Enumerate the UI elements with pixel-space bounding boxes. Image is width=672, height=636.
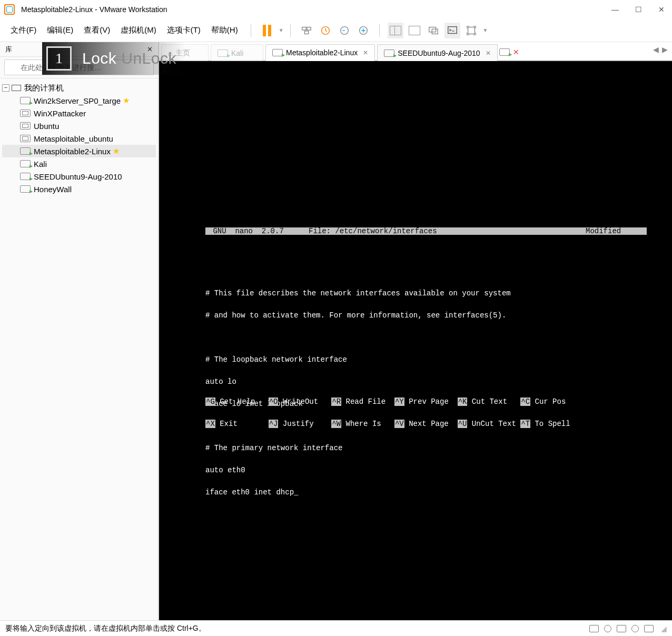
vm-item-seed[interactable]: SEEDUbuntu9-Aug-2010 (2, 170, 156, 183)
nano-footer-row: ^G Get Help ^O WriteOut ^R Read File ^Y … (205, 398, 647, 405)
send-ctrl-alt-del-button[interactable] (299, 23, 314, 38)
nano-key-label: Cut Text (472, 398, 507, 406)
nano-key-label: Where Is (346, 420, 381, 428)
vm-item-metasploitable2[interactable]: Metasploitable2-Linux ★ (2, 145, 156, 157)
nano-key-label: UnCut Text (472, 420, 516, 428)
fullscreen-dropdown[interactable]: ▼ (483, 27, 488, 33)
vm-item-meta-ubuntu[interactable]: Metasploitable_ubuntu (2, 132, 156, 145)
fullscreen-button[interactable] (463, 23, 479, 38)
vm-running-icon (20, 160, 31, 167)
nano-key-label: Exit (220, 420, 238, 428)
close-icon: ✕ (513, 48, 519, 56)
svg-rect-7 (432, 29, 438, 34)
overlay-unlock-label: UnLock (121, 49, 176, 67)
device-net-icon[interactable] (617, 625, 626, 632)
nano-key-label: Next Page (409, 420, 449, 428)
revert-snapshot-button[interactable] (337, 23, 352, 38)
nano-line: iface eth0 inet dhcp_ (205, 489, 647, 496)
nano-key-label: Read File (346, 398, 386, 406)
nano-line: auto eth0 (205, 466, 647, 474)
vm-label: Metasploitable2-Linux (34, 147, 111, 156)
device-display-icon[interactable] (644, 625, 654, 632)
status-icons: ◢ (589, 624, 667, 633)
vm-label: Kali (34, 160, 47, 168)
collapse-icon[interactable]: − (2, 84, 9, 92)
vm-off-icon (20, 135, 31, 142)
nano-key-label: Justify (283, 420, 314, 428)
vm-off-icon (20, 110, 31, 117)
tab-kali[interactable]: Kali (211, 44, 263, 61)
console-icon (447, 25, 458, 36)
tab-metasploitable2[interactable]: Metasploitable2-Linux ✕ (265, 44, 375, 61)
separator (379, 24, 380, 37)
menu-vm[interactable]: 虚拟机(M) (116, 23, 161, 37)
tab-next-button[interactable]: ▶ (662, 45, 668, 54)
sidebar-title: 库 (5, 45, 12, 54)
nano-line: # This file describes the network interf… (205, 290, 647, 297)
view-layout-3-button[interactable] (426, 23, 441, 38)
window-controls: — ☐ ✕ (609, 3, 668, 16)
vm-running-icon (499, 48, 510, 56)
vm-label: WinXPattacker (34, 109, 86, 118)
tab-label: Metasploitable2-Linux (286, 48, 358, 57)
vm-item-kali[interactable]: Kali (2, 157, 156, 170)
svg-rect-9 (468, 27, 475, 34)
view-layout-1-button[interactable] (388, 23, 403, 38)
minimize-button[interactable]: — (609, 3, 621, 16)
nano-version: GNU nano 2.0.7 (209, 227, 309, 235)
vm-running-icon (20, 97, 31, 104)
menu-edit[interactable]: 编辑(E) (43, 23, 77, 37)
vm-running-icon (384, 49, 394, 57)
menu-tabs[interactable]: 选项卡(T) (163, 23, 205, 37)
power-dropdown[interactable]: ▼ (279, 27, 284, 33)
console-button[interactable] (444, 23, 460, 38)
separator (290, 24, 291, 37)
nano-key-label: WriteOut (283, 398, 318, 406)
tree-root[interactable]: − 我的计算机 (2, 82, 156, 94)
menu-help[interactable]: 帮助(H) (207, 23, 242, 37)
snapshot-button[interactable] (318, 23, 333, 38)
nano-line: # The loopback network interface (205, 356, 647, 363)
close-button[interactable]: ✕ (655, 3, 668, 16)
menubar: 文件(F) 编辑(E) 查看(V) 虚拟机(M) 选项卡(T) 帮助(H) ▼ … (0, 19, 672, 42)
nano-titlebar: GNU nano 2.0.7 File: /etc/network/interf… (205, 227, 647, 235)
tab-seed[interactable]: SEEDUbuntu9-Aug-2010 ✕ (377, 44, 497, 61)
nano-line: # and how to activate them. For more inf… (205, 312, 647, 319)
vm-item-win2k[interactable]: Win2kServer_SP0_targe ★ (2, 94, 156, 107)
vm-item-honeywall[interactable]: HoneyWall (2, 183, 156, 195)
pause-button[interactable] (259, 23, 275, 38)
tab-new[interactable]: ✕ (500, 44, 519, 60)
vm-item-ubuntu[interactable]: Ubuntu (2, 120, 156, 132)
resize-grip-icon[interactable]: ◢ (661, 624, 667, 633)
tab-prev-button[interactable]: ◀ (653, 45, 659, 54)
layout-multi-icon (428, 25, 439, 36)
device-hdd-icon[interactable] (589, 625, 599, 632)
vm-off-icon (20, 122, 31, 130)
vm-label: Win2kServer_SP0_targe (34, 96, 121, 105)
manage-snapshots-button[interactable] (355, 23, 371, 38)
vm-label: Metasploitable_ubuntu (34, 134, 113, 143)
tab-close-button[interactable]: ✕ (363, 49, 368, 56)
nano-file: File: /etc/network/interfaces (309, 227, 586, 235)
main-area: 库 ✕ − 我的计算机 Win2kServer_SP0_targe ★ WinX (0, 42, 672, 620)
vm-running-icon (218, 49, 228, 57)
nano-body: # This file describes the network interf… (205, 250, 647, 511)
star-icon: ★ (123, 96, 130, 105)
nano-key-label: Get Help (220, 398, 255, 406)
device-usb-icon[interactable] (631, 625, 639, 632)
maximize-button[interactable]: ☐ (632, 3, 645, 16)
app-icon (4, 4, 15, 15)
overlay-text: Lock UnLock (82, 49, 176, 67)
layout-single-icon (409, 26, 420, 35)
view-layout-2-button[interactable] (407, 23, 422, 38)
tab-close-button[interactable]: ✕ (486, 49, 491, 57)
sidebar: 库 ✕ − 我的计算机 Win2kServer_SP0_targe ★ WinX (0, 42, 159, 620)
menu-file[interactable]: 文件(F) (6, 23, 41, 37)
device-cd-icon[interactable] (604, 625, 611, 632)
nano-key-label: To Spell (535, 420, 570, 428)
menu-view[interactable]: 查看(V) (80, 23, 114, 37)
overlay-key-icon: 1 (46, 46, 72, 71)
vm-console[interactable]: GNU nano 2.0.7 File: /etc/network/interf… (159, 61, 672, 620)
nano-key-label: Prev Page (409, 398, 449, 406)
vm-item-winxp[interactable]: WinXPattacker (2, 107, 156, 120)
